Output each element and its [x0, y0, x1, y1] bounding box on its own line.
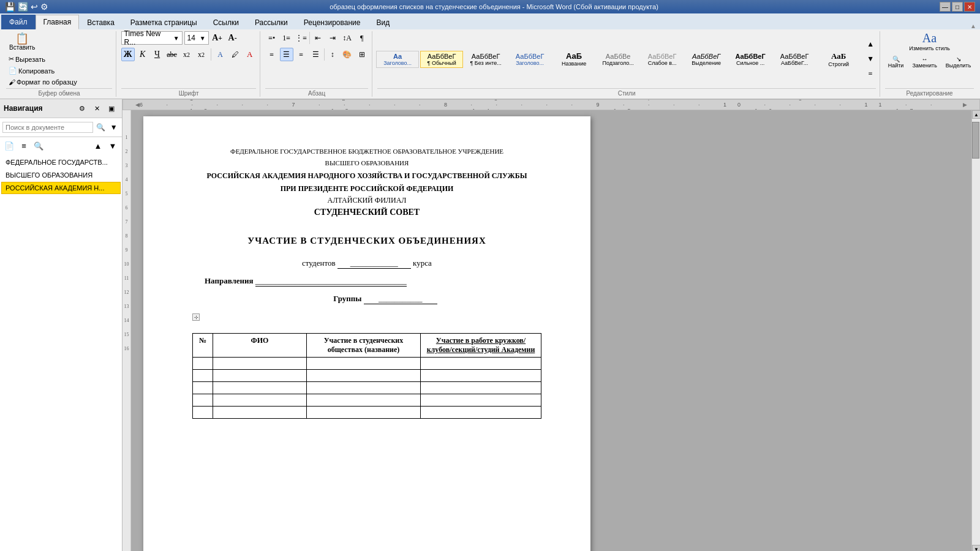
decrease-font-button[interactable]: A- — [226, 31, 239, 45]
scroll-up-button[interactable]: ▲ — [972, 110, 980, 119]
borders-button[interactable]: ⊞ — [355, 48, 369, 61]
nav-item-0[interactable]: ФЕДЕРАЛЬНОЕ ГОСУДАРСТВ... — [1, 156, 121, 168]
nav-search-input[interactable] — [2, 122, 93, 133]
paste-button[interactable]: 📋 Вставить — [6, 31, 38, 53]
tab-references[interactable]: Ссылки — [205, 15, 247, 29]
style-heading1[interactable]: Аа Заголово... — [376, 51, 419, 68]
nav-view-pages-button[interactable]: 📄 — [2, 139, 16, 152]
increase-font-button[interactable]: A+ — [211, 31, 224, 45]
format-painter-button[interactable]: 🖌 Формат по образцу — [6, 77, 80, 87]
nav-view-headings-button[interactable]: ≡ — [17, 139, 31, 152]
editing-group: Aa Изменить стиль 🔍 Найти ↔ Заменить ↘ — [881, 31, 978, 97]
page-scroll-area[interactable]: ФЕДЕРАЛЬНОЕ ГОСУДАРСТВЕННОЕ БЮДЖЕТНОЕ ОБ… — [131, 110, 971, 551]
minimize-button[interactable]: — — [940, 2, 951, 12]
tab-review[interactable]: Рецензирование — [296, 15, 369, 29]
scroll-down-button[interactable]: ▼ — [972, 545, 980, 551]
align-right-button[interactable]: ≡ — [295, 48, 308, 61]
italic-button[interactable]: К — [136, 48, 149, 61]
table-header-row: № ФИО Участие в студенческих обществах (… — [193, 334, 541, 358]
multilevel-list-button[interactable]: ⋮≡ — [295, 31, 308, 45]
nav-search-dropdown[interactable]: ▼ — [108, 121, 120, 134]
style-emphasis[interactable]: АаБбВеГ Выделение — [685, 51, 728, 68]
strikethrough-button[interactable]: abc — [165, 48, 179, 61]
numbering-button[interactable]: 1≡ — [280, 31, 293, 45]
change-style-button[interactable]: Aa Изменить стиль — [909, 31, 950, 51]
style-strong[interactable]: АаБбВеГ Сильное ... — [729, 51, 772, 68]
left-margin-ruler: 1234 5678 9101112 13141516 — [123, 110, 131, 551]
nav-close-button[interactable]: ✕ — [90, 102, 104, 115]
line-spacing-button[interactable]: ↕ — [326, 48, 339, 61]
align-center-button[interactable]: ☰ — [280, 48, 293, 61]
field-students: студентов ____________ курса — [192, 258, 541, 269]
nav-prev-button[interactable]: ▲ — [91, 139, 105, 152]
cell-part1 — [307, 407, 421, 419]
style-title[interactable]: АаБ Название — [552, 50, 595, 69]
font-name-selector[interactable]: Times New R... ▼ — [121, 31, 183, 45]
justify-button[interactable]: ☰ — [309, 48, 323, 61]
font-size-selector[interactable]: 14 ▼ — [184, 31, 209, 45]
styles-scroll-up[interactable]: ▲ — [864, 38, 877, 51]
highlight-color-button[interactable]: 🖊 — [228, 48, 242, 61]
show-formatting-button[interactable]: ¶ — [355, 31, 369, 45]
org-name-line2: ПРИ ПРЕЗИДЕНТЕ РОССИЙСКОЙ ФЕДЕРАЦИИ — [192, 184, 541, 194]
increase-indent-button[interactable]: ⇥ — [326, 31, 339, 45]
field-directions-label: Направления — [205, 276, 254, 285]
tab-insert[interactable]: Вставка — [79, 15, 123, 29]
find-button[interactable]: 🔍 Найти — [885, 54, 907, 70]
select-button[interactable]: ↘ Выделить — [943, 54, 974, 70]
shading-button[interactable]: 🎨 — [341, 48, 354, 61]
nav-view-results-button[interactable]: 🔍 — [32, 139, 45, 152]
nav-item-2[interactable]: РОССИЙСКАЯ АКАДЕМИЯ Н... — [1, 182, 121, 194]
nav-expand-icon[interactable]: ▣ — [105, 102, 118, 115]
tab-home[interactable]: Главная — [36, 15, 80, 29]
select-icon: ↘ — [956, 56, 961, 62]
style-subtle-emphasis[interactable]: АаБбВеГ Слабое в... — [641, 51, 684, 68]
nav-search-button[interactable]: 🔍 — [95, 121, 107, 134]
council-name: СТУДЕНЧЕСКИЙ СОВЕТ — [192, 208, 541, 217]
style-strict[interactable]: AaБ Строгий — [817, 50, 860, 69]
clipboard-group: 📋 Вставить ✂ Вырезать 📄 Копировать 🖌 Фор… — [2, 31, 116, 97]
scroll-thumb[interactable] — [972, 122, 979, 159]
tab-mailings[interactable]: Рассылки — [247, 15, 296, 29]
replace-button[interactable]: ↔ Заменить — [909, 54, 940, 70]
vertical-scrollbar[interactable]: ▲ ▼ — [971, 110, 980, 551]
align-left-button[interactable]: ≡ — [265, 48, 279, 61]
tab-file[interactable]: Файл — [1, 15, 36, 29]
th-participation2: Участие в работе кружков/клубов/секций/с… — [421, 334, 541, 358]
doc-title: УЧАСТИЕ В СТУДЕНЧЕСКИХ ОБЪЕДИНЕНИЯХ — [192, 236, 541, 246]
cell-part2 — [421, 370, 541, 382]
tab-page-layout[interactable]: Разметка страницы — [123, 15, 205, 29]
tab-view[interactable]: Вид — [368, 15, 398, 29]
change-styles-button[interactable]: ≡ — [864, 67, 877, 81]
main-area: Навигация ⚙ ✕ ▣ 🔍 ▼ 📄 ≡ 🔍 ▲ ▼ ФЕДЕРАЛЬНО… — [0, 99, 980, 551]
style-book-title[interactable]: АаБбВеГ АаБбВеГ... — [773, 51, 816, 68]
bullets-button[interactable]: ≡• — [265, 31, 279, 45]
style-no-spacing[interactable]: АаБбВеГ ¶ Без инте... — [464, 51, 507, 68]
org-name-line1: РОССИЙСКАЯ АКАДЕМИЯ НАРОДНОГО ХОЗЯЙСТВА … — [192, 171, 541, 181]
table-move-handle[interactable]: ⊹ — [192, 313, 200, 321]
nav-settings-icon[interactable]: ⚙ — [75, 102, 89, 115]
style-heading2[interactable]: АаБбВеГ Заголово... — [508, 51, 551, 68]
scroll-track[interactable] — [972, 119, 980, 545]
subscript-button[interactable]: x2 — [180, 48, 194, 61]
font-color-button[interactable]: A — [243, 48, 257, 61]
nav-view-toolbar: 📄 ≡ 🔍 ▲ ▼ — [0, 137, 122, 154]
cell-fio — [213, 358, 306, 370]
nav-next-button[interactable]: ▼ — [106, 139, 119, 152]
superscript-button[interactable]: x2 — [195, 48, 208, 61]
cut-button[interactable]: ✂ Вырезать — [6, 54, 80, 64]
decrease-indent-button[interactable]: ⇤ — [311, 31, 325, 45]
styles-scroll-down[interactable]: ▼ — [864, 53, 877, 66]
copy-button[interactable]: 📄 Копировать — [6, 66, 80, 76]
text-effects-button[interactable]: A — [214, 48, 227, 61]
bold-button[interactable]: Ж — [121, 48, 135, 61]
style-subtitle[interactable]: АаБбВе Подзаголо... — [597, 51, 639, 68]
close-button[interactable]: ✕ — [964, 2, 975, 12]
underline-button[interactable]: Ч — [151, 48, 164, 61]
style-normal[interactable]: АаБбВеГ ¶ Обычный — [420, 51, 463, 68]
ribbon-collapse-icon[interactable]: ▲ — [967, 23, 980, 29]
sort-button[interactable]: ↕A — [341, 31, 354, 45]
nav-item-1[interactable]: ВЫСШЕГО ОБРАЗОВАНИЯ — [1, 169, 121, 181]
cell-num — [193, 370, 213, 382]
maximize-button[interactable]: □ — [952, 2, 963, 12]
